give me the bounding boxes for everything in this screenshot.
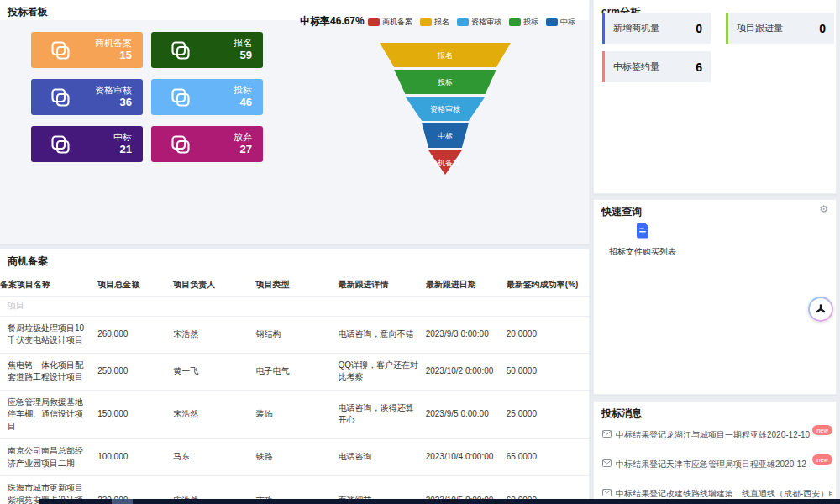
cell-amount: 100,000 bbox=[97, 439, 173, 476]
business-records-panel: 商机备案 备案项目名称项目总金额项目负责人项目类型最新跟进详情最新跟进日期最新签… bbox=[0, 249, 590, 504]
legend-item[interactable]: 商机备案 bbox=[368, 17, 412, 28]
cell-success-rate: 50.0000 bbox=[507, 353, 589, 390]
stat-card-label: 报名 bbox=[234, 38, 252, 50]
legend-swatch-icon bbox=[457, 18, 469, 26]
quick-item-label: 招标文件购买列表 bbox=[604, 246, 681, 258]
cell-project-name: 南京公司南昌总部经济产业园项目二期 bbox=[0, 439, 97, 476]
table-row[interactable]: 南京公司南昌总部经济产业园项目二期 100,000 马东 铁路 电话咨询 202… bbox=[0, 439, 589, 476]
horizontal-scrollbar-track[interactable] bbox=[39, 499, 840, 504]
assistant-button[interactable] bbox=[808, 297, 833, 322]
cell-amount: 260,000 bbox=[97, 316, 173, 353]
stat-card-text: 资格审核 36 bbox=[95, 85, 132, 110]
stat-card-text: 投标 46 bbox=[234, 85, 252, 110]
copy-icon bbox=[50, 39, 71, 61]
stat-card-label: 资格审核 bbox=[95, 85, 132, 97]
stat-card[interactable]: 报名 59 bbox=[151, 32, 263, 68]
metric-value: 0 bbox=[696, 22, 702, 35]
group-label: 项目 bbox=[0, 297, 589, 317]
legend-item[interactable]: 投标 bbox=[509, 17, 538, 28]
message-item[interactable]: 中标结果登记天津市应急管理局项目程亚雄2020-12-10 new bbox=[602, 454, 832, 483]
cell-follow-up-date: 2023/10/4 0:00:00 bbox=[426, 439, 507, 476]
stat-card-value: 21 bbox=[113, 143, 132, 156]
cell-follow-up-date: 2023/9/5 0:00:00 bbox=[426, 390, 507, 439]
stat-card[interactable]: 放弃 27 bbox=[151, 126, 263, 162]
cell-amount: 150,000 bbox=[97, 390, 173, 439]
gear-icon[interactable]: ⚙ bbox=[819, 204, 828, 214]
records-body: 餐厨垃圾处理项目10千伏变电站设计项目 260,000 宋浩然 钢结构 电话咨询… bbox=[0, 316, 589, 504]
new-badge: new bbox=[812, 454, 832, 465]
records-group-row: 项目 bbox=[0, 297, 589, 317]
stat-card[interactable]: 资格审核 36 bbox=[31, 79, 143, 115]
legend-swatch-icon bbox=[509, 18, 521, 26]
copy-icon bbox=[170, 39, 192, 61]
legend-item[interactable]: 报名 bbox=[420, 17, 449, 28]
table-row[interactable]: 焦电铬一体化项目配套道路工程设计项目 250,000 黄一飞 电子电气 QQ详聊… bbox=[0, 353, 589, 390]
quick-item-bid-doc-list[interactable]: 招标文件购买列表 bbox=[604, 223, 681, 258]
message-text: 中标结果登记改建铁路线增建第二线直通线（成都-西安）电力线路迁改工程胡广生202… bbox=[616, 488, 832, 500]
copy-icon bbox=[50, 134, 71, 155]
legend-item[interactable]: 资格审核 bbox=[457, 17, 501, 28]
metric-label: 项目跟进量 bbox=[737, 22, 783, 34]
cell-project-name: 焦电铬一体化项目配套道路工程设计项目 bbox=[0, 353, 97, 390]
crm-metric-card[interactable]: 新增商机量 0 bbox=[602, 13, 711, 44]
stat-card-label: 中标 bbox=[113, 132, 132, 144]
stat-card-label: 商机备案 bbox=[95, 38, 132, 50]
records-title: 商机备案 bbox=[0, 249, 589, 274]
crm-metrics: 新增商机量 0 项目跟进量 0 中标签约量 6 bbox=[602, 13, 834, 82]
cell-success-rate: 20.0000 bbox=[507, 316, 589, 353]
stat-card[interactable]: 投标 46 bbox=[151, 79, 263, 115]
bidding-board-panel: 投标看板 商机备案 15 bbox=[0, 0, 590, 244]
cell-project-name: 应急管理局救援基地停车棚、通信设计项目 bbox=[0, 390, 97, 439]
legend-label: 中标 bbox=[560, 17, 575, 28]
column-header[interactable]: 项目类型 bbox=[255, 274, 338, 297]
cell-follow-up-detail: 电话咨询 bbox=[339, 439, 426, 476]
column-header[interactable]: 最新跟进日期 bbox=[426, 274, 507, 297]
cell-type: 铁路 bbox=[255, 439, 338, 476]
bidding-messages-panel: 投标消息 中标结果登记龙湖江与城项目一期程亚雄2020-12-10 new bbox=[593, 401, 837, 504]
funnel-chart: 报名投标资格审核中标商机备案 bbox=[367, 43, 523, 175]
column-header[interactable]: 最新跟进详情 bbox=[339, 274, 426, 297]
funnel-segment-label: 中标 bbox=[438, 132, 453, 140]
legend-label: 商机备案 bbox=[382, 17, 412, 28]
stat-card-value: 15 bbox=[95, 49, 132, 62]
funnel-segment-label: 投标 bbox=[438, 78, 453, 87]
cell-type: 钢结构 bbox=[255, 316, 338, 353]
metric-label: 中标签约量 bbox=[613, 60, 659, 73]
column-header[interactable]: 项目总金额 bbox=[97, 274, 173, 297]
dashboard-page: 投标看板 商机备案 15 bbox=[0, 0, 840, 504]
column-header[interactable]: 备案项目名称 bbox=[0, 274, 97, 297]
crm-metric-card[interactable]: 项目跟进量 0 bbox=[726, 13, 834, 44]
message-list: 中标结果登记龙湖江与城项目一期程亚雄2020-12-10 new 中标结果登记天… bbox=[602, 424, 832, 504]
cell-owner: 马东 bbox=[173, 439, 255, 476]
legend-label: 报名 bbox=[434, 17, 449, 28]
funnel-segment-label: 商机备案 bbox=[430, 159, 460, 167]
legend-item[interactable]: 中标 bbox=[546, 17, 575, 28]
legend-label: 资格审核 bbox=[471, 17, 501, 28]
table-row[interactable]: 应急管理局救援基地停车棚、通信设计项目 150,000 宋浩然 装饰 电话咨询，… bbox=[0, 390, 589, 439]
stat-card-value: 27 bbox=[234, 143, 252, 156]
cell-follow-up-detail: QQ详聊，客户还在对比考察 bbox=[339, 353, 426, 390]
message-item[interactable]: 中标结果登记龙湖江与城项目一期程亚雄2020-12-10 new bbox=[602, 424, 832, 454]
column-header[interactable]: 项目负责人 bbox=[173, 274, 255, 297]
cell-owner: 黄一飞 bbox=[173, 353, 255, 390]
horizontal-scrollbar-thumb[interactable] bbox=[112, 499, 133, 504]
cell-follow-up-detail: 电话咨询，谈得还算开心 bbox=[339, 390, 426, 439]
assistant-logo-icon bbox=[810, 298, 832, 320]
column-header[interactable]: 最新签约成功率(%) bbox=[507, 274, 589, 297]
message-text: 中标结果登记天津市应急管理局项目程亚雄2020-12-10 bbox=[616, 459, 810, 470]
copy-icon bbox=[170, 134, 192, 155]
cell-follow-up-date: 2023/10/2 0:00:00 bbox=[426, 353, 507, 390]
crm-metric-card[interactable]: 中标签约量 6 bbox=[602, 51, 711, 82]
stat-card[interactable]: 中标 21 bbox=[31, 126, 143, 162]
stat-card-text: 放弃 27 bbox=[234, 132, 252, 157]
stat-card-value: 46 bbox=[234, 96, 252, 109]
cell-follow-up-detail: 电话咨询，意向不错 bbox=[339, 316, 426, 353]
table-row[interactable]: 餐厨垃圾处理项目10千伏变电站设计项目 260,000 宋浩然 钢结构 电话咨询… bbox=[0, 316, 589, 353]
records-table: 备案项目名称项目总金额项目负责人项目类型最新跟进详情最新跟进日期最新签约成功率(… bbox=[0, 274, 589, 504]
stat-card-value: 36 bbox=[95, 96, 132, 109]
quick-query-title: 快速查询 bbox=[594, 200, 836, 224]
crm-analysis-panel: crm分析 新增商机量 0 项目跟进量 0 中标签约量 6 bbox=[593, 0, 837, 194]
stat-card[interactable]: 商机备案 15 bbox=[31, 32, 143, 68]
win-rate-title: 中标率46.67% bbox=[300, 14, 365, 29]
cell-follow-up-date: 2023/9/3 0:00:00 bbox=[426, 316, 507, 353]
